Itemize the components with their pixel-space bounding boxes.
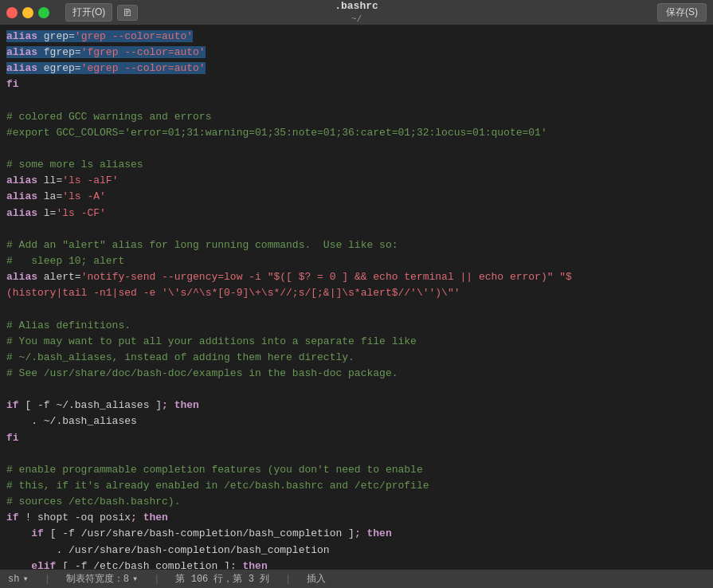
- position-label: 第 106 行，第 3 列: [175, 572, 269, 586]
- code-content: alias grep='grep --color=auto' alias fgr…: [0, 29, 713, 569]
- separator-2: |: [154, 574, 159, 585]
- save-button[interactable]: 保存(S): [657, 3, 707, 22]
- titlebar: 打开(O) 🖹 .bashrc ~/ 保存(S): [0, 0, 713, 25]
- mode-dropdown-icon[interactable]: ▾: [22, 573, 28, 585]
- titlebar-menu: 保存(S): [657, 3, 707, 22]
- open-menu-button[interactable]: 打开(O): [65, 3, 112, 22]
- toolbar-icon-button[interactable]: 🖹: [117, 5, 138, 21]
- cursor-position: 第 106 行，第 3 列: [175, 572, 269, 586]
- window-title: .bashrc ~/: [335, 0, 378, 25]
- encoding-item: 插入: [307, 572, 326, 586]
- mode-indicator[interactable]: sh ▾: [8, 573, 29, 585]
- code-editor[interactable]: alias grep='grep --color=auto' alias fgr…: [0, 25, 713, 569]
- maximize-button[interactable]: [38, 7, 49, 18]
- close-button[interactable]: [6, 7, 18, 18]
- separator-3: |: [285, 574, 291, 585]
- statusbar: sh ▾ | 制表符宽度：8 ▾ | 第 106 行，第 3 列 | 插入: [0, 569, 713, 588]
- window-controls: 打开(O) 🖹: [6, 3, 138, 22]
- separator-1: |: [45, 574, 50, 585]
- tab-width-dropdown-icon[interactable]: ▾: [132, 573, 138, 585]
- filename-label: .bashrc: [335, 0, 378, 14]
- minimize-button[interactable]: [22, 7, 33, 18]
- mode-label: sh: [8, 574, 19, 585]
- tab-width-label: 制表符宽度：8: [66, 572, 129, 586]
- encoding-label: 插入: [307, 572, 326, 586]
- filepath-label: ~/: [335, 14, 378, 25]
- tab-width-item[interactable]: 制表符宽度：8 ▾: [66, 572, 138, 586]
